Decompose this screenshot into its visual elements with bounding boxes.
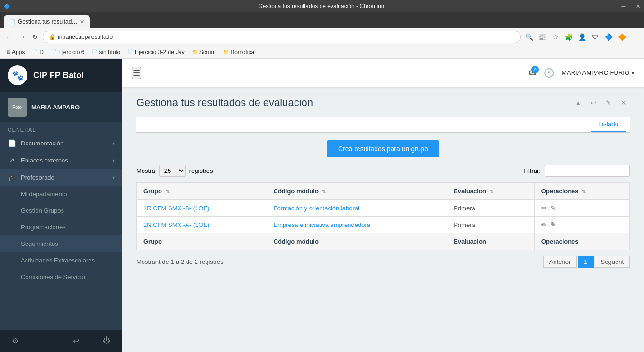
sidebar-footer: ⚙ ⛶ ↩ ⏻ bbox=[0, 330, 122, 352]
table-controls: Mostra 25 50 100 registres Filtrar: bbox=[136, 165, 630, 177]
notification-badge: 9 bbox=[531, 66, 539, 73]
documentacion-icon: 📄 bbox=[8, 139, 16, 147]
bookmark-ejercicio32[interactable]: 📄 Ejercicio 3-2 de Jav bbox=[125, 48, 188, 56]
address-bar[interactable]: 🔒 intranet.app/resultado bbox=[43, 31, 521, 43]
settings-icon[interactable]: ⚙ bbox=[8, 334, 22, 347]
expand-icon[interactable]: ⛶ bbox=[38, 334, 54, 347]
chevron-down-icon: ▾ bbox=[112, 141, 115, 146]
next-btn[interactable]: Següent bbox=[595, 256, 630, 268]
shield-icon[interactable]: 🛡 bbox=[590, 32, 600, 42]
filter-input[interactable] bbox=[545, 165, 630, 177]
page-1-btn[interactable]: 1 bbox=[578, 256, 593, 268]
browser-tab[interactable]: 📄 Gestiona tus resultad… ✕ bbox=[4, 15, 90, 28]
power-icon[interactable]: ↩ bbox=[69, 334, 83, 347]
reader-icon[interactable]: 📰 bbox=[537, 32, 547, 42]
bookmark-d[interactable]: 📄 D bbox=[29, 48, 46, 56]
cell-codigo-2: Empresa e iniciativa emprendedora bbox=[267, 217, 447, 233]
collapse-btn[interactable]: ▲ bbox=[572, 97, 584, 109]
extension2-icon[interactable]: 🔶 bbox=[617, 32, 627, 42]
grupo-link-1[interactable]: 1R CFM SMX -B- (LOE) bbox=[143, 205, 209, 212]
sort-icon-evaluacion[interactable]: ⇅ bbox=[490, 189, 493, 194]
bookmark-ej32-icon: 📄 bbox=[128, 49, 134, 54]
tab-bar: 📄 Gestiona tus resultad… ✕ bbox=[0, 12, 644, 28]
sidebar-item-seguimientos[interactable]: Seguimientos bbox=[0, 235, 122, 252]
edit-btn[interactable]: ✎ bbox=[602, 97, 615, 109]
filter-label: Filtrar: bbox=[523, 167, 541, 174]
logout-icon[interactable]: ⏻ bbox=[99, 334, 114, 347]
table-row: 2N CFM SMX -A- (LOE) Empresa e iniciativ… bbox=[137, 217, 630, 233]
view-icon-2[interactable]: ✎ bbox=[550, 221, 556, 228]
user-dropdown[interactable]: MARIA AMPARO FURIO ▾ bbox=[562, 69, 635, 76]
create-results-button[interactable]: Crea resultados para un grupo bbox=[327, 140, 439, 157]
footer-col-ops: Operaciones bbox=[534, 233, 629, 250]
vpn-icon[interactable]: 🔷 bbox=[603, 32, 614, 42]
profile-icon[interactable]: 👤 bbox=[577, 32, 587, 42]
cell-grupo-2: 2N CFM SMX -A- (LOE) bbox=[137, 217, 267, 233]
sidebar-item-enlaces[interactable]: ↗ Enlaces externos ▾ bbox=[0, 152, 122, 169]
bookmark-dom-icon: 📁 bbox=[223, 49, 229, 54]
bookmarks-bar: ⊞ Apps 📄 D 📄 Ejercicio 6 📄 sin título 📄 … bbox=[0, 45, 644, 59]
maximize-btn[interactable]: □ bbox=[629, 3, 632, 9]
back-btn[interactable]: ← bbox=[4, 32, 14, 42]
logo-icon: 🐾 bbox=[12, 70, 24, 81]
notifications-button[interactable]: ✉ 9 bbox=[529, 68, 536, 78]
bookmark-sin-titulo[interactable]: 📄 sin título bbox=[89, 48, 123, 56]
hamburger-button[interactable]: ☰ bbox=[132, 67, 141, 79]
sort-icon-ops[interactable]: ⇅ bbox=[582, 189, 586, 194]
sidebar-item-gestion-grupos[interactable]: Gestión Grupos bbox=[0, 202, 122, 219]
menu-btn[interactable]: ⋮ bbox=[630, 32, 640, 42]
tab-close-btn[interactable]: ✕ bbox=[80, 19, 84, 25]
forward-btn[interactable]: → bbox=[17, 32, 27, 42]
dropdown-arrow-icon: ▾ bbox=[631, 69, 635, 76]
bookmark-scrum[interactable]: 📁 Scrum bbox=[189, 48, 219, 56]
reload-btn[interactable]: ↻ bbox=[30, 32, 40, 42]
entries-select[interactable]: 25 50 100 bbox=[159, 165, 186, 177]
bookmark-ejercicio6[interactable]: 📄 Ejercicio 6 bbox=[48, 48, 87, 56]
edit-icon-2[interactable]: ✏ bbox=[541, 221, 547, 228]
cell-eval-2: Primera bbox=[447, 217, 535, 233]
bookmark-domotica[interactable]: 📁 Domotica bbox=[220, 48, 257, 56]
sort-icon-codigo[interactable]: ⇅ bbox=[322, 189, 326, 194]
view-icon-1[interactable]: ✎ bbox=[550, 204, 556, 212]
close-page-btn[interactable]: ✕ bbox=[617, 97, 630, 109]
chevron-down-icon: ▾ bbox=[112, 158, 115, 163]
bookmark-ej6-label: Ejercicio 6 bbox=[58, 49, 84, 55]
sidebar-user-name: MARIA AMPARO bbox=[31, 104, 80, 111]
footer-col-codigo: Código módulo bbox=[267, 233, 447, 250]
sidebar-item-programaciones[interactable]: Programaciones bbox=[0, 219, 122, 235]
sidebar-section-general: GENERAL bbox=[0, 122, 122, 135]
minimize-btn[interactable]: ─ bbox=[622, 3, 626, 9]
col-evaluacion-label: Evaluacion bbox=[454, 188, 486, 195]
bookmark-star-icon[interactable]: ☆ bbox=[550, 32, 561, 42]
user-section: Foto MARIA AMPARO bbox=[0, 92, 122, 122]
prev-btn[interactable]: Anterior bbox=[543, 256, 577, 268]
window-controls[interactable]: ─ □ ✕ bbox=[622, 3, 640, 9]
zoom-icon[interactable]: 🔍 bbox=[524, 32, 534, 42]
subitem-label: Seguimientos bbox=[21, 240, 115, 247]
avatar: Foto bbox=[8, 98, 27, 117]
undo-btn[interactable]: ↩ bbox=[587, 97, 599, 109]
bookmark-apps[interactable]: ⊞ Apps bbox=[4, 48, 27, 56]
subitem-label: Programaciones bbox=[21, 224, 115, 231]
bookmark-apps-label: Apps bbox=[12, 49, 25, 55]
top-navbar: ☰ ✉ 9 🕐 MARIA AMPARO FURIO ▾ bbox=[122, 59, 644, 87]
app-container: 🐾 CIP FP Batoi Foto MARIA AMPARO GENERAL… bbox=[0, 59, 644, 352]
sidebar-item-documentacion[interactable]: 📄 Documentación ▾ bbox=[0, 135, 122, 152]
codigo-link-2[interactable]: Empresa e iniciativa emprendedora bbox=[274, 221, 371, 228]
sidebar-item-profesorado[interactable]: 🎓 Profesorado ▾ bbox=[0, 169, 122, 186]
sidebar: 🐾 CIP FP Batoi Foto MARIA AMPARO GENERAL… bbox=[0, 59, 122, 352]
sort-icon-grupo[interactable]: ⇅ bbox=[166, 189, 170, 194]
close-btn[interactable]: ✕ bbox=[636, 3, 640, 9]
sidebar-item-comisiones[interactable]: Comisiones de Servicio bbox=[0, 269, 122, 285]
codigo-link-1[interactable]: Formación y orientación laboral bbox=[274, 205, 359, 212]
extension-icon[interactable]: 🧩 bbox=[564, 32, 574, 42]
sidebar-item-actividades[interactable]: Actividades Extraescolares bbox=[0, 252, 122, 269]
grupo-link-2[interactable]: 2N CFM SMX -A- (LOE) bbox=[143, 221, 209, 228]
tab-listado[interactable]: Listado bbox=[591, 117, 626, 132]
sidebar-item-mi-departamento[interactable]: Mi departamento bbox=[0, 186, 122, 202]
sidebar-title: CIP FP Batoi bbox=[33, 71, 84, 81]
edit-icon-1[interactable]: ✏ bbox=[541, 204, 547, 212]
col-operaciones: Operaciones ⇅ bbox=[534, 183, 629, 200]
clock-button[interactable]: 🕐 bbox=[544, 68, 554, 78]
browser-title: Gestiona tus resultados de evaluación - … bbox=[258, 3, 385, 9]
